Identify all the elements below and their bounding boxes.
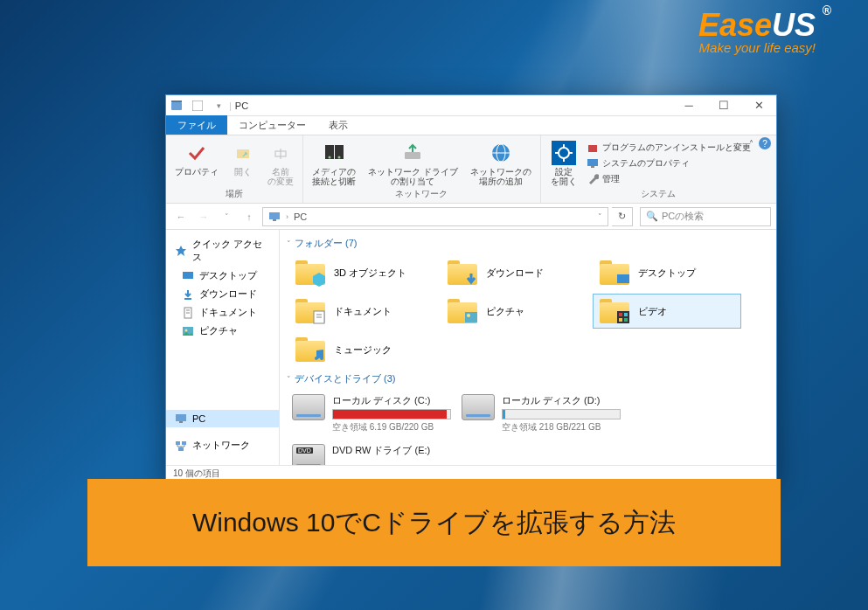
folder-3d-objects[interactable]: 3D オブジェクト: [288, 255, 437, 290]
sidebar-pc[interactable]: PC: [166, 410, 279, 427]
download-icon: [182, 288, 194, 301]
maximize-button[interactable]: ☐: [706, 95, 741, 116]
easeus-logo: EaseUS® Make your life easy!: [698, 7, 816, 55]
minimize-button[interactable]: ─: [671, 95, 706, 116]
picture-icon: [182, 325, 194, 337]
folder-desktop[interactable]: デスクトップ: [593, 255, 741, 290]
devices-header[interactable]: ˅デバイスとドライブ (3): [287, 369, 769, 389]
titlebar: ▾ | PC ─ ☐ ✕: [166, 95, 776, 116]
address-path[interactable]: › PC ˅: [262, 207, 608, 226]
usage-bar: [332, 409, 451, 419]
svg-rect-33: [176, 414, 186, 421]
logo-reg: ®: [823, 3, 831, 17]
uninstall-button[interactable]: プログラムのアンインストールと変更: [587, 141, 751, 155]
svg-rect-10: [405, 152, 420, 159]
tab-file[interactable]: ファイル: [166, 115, 227, 135]
content-pane: ˅フォルダー (7) 3D オブジェクト ダウンロード デスクトップ ドキュメン…: [280, 230, 776, 465]
tab-computer[interactable]: コンピューター: [227, 115, 317, 135]
folder-icon: [294, 297, 327, 325]
media-icon: [322, 141, 346, 165]
refresh-button[interactable]: ↻: [612, 207, 633, 226]
svg-marker-38: [313, 273, 325, 287]
properties-button[interactable]: プロパティ: [171, 139, 222, 188]
drive-icon: [292, 394, 325, 420]
manage-button[interactable]: 管理: [587, 172, 751, 186]
back-button[interactable]: ←: [171, 207, 191, 226]
ribbon: ˄ ? プロパティ 開く 名前 の変更 場所: [166, 135, 776, 204]
folder-videos[interactable]: ビデオ: [593, 294, 741, 329]
svg-rect-49: [624, 318, 628, 322]
add-location-button[interactable]: ネットワークの 場所の追加: [467, 139, 535, 188]
map-drive-button[interactable]: ネットワーク ドライブ の割り当て: [365, 139, 462, 188]
svg-rect-21: [587, 159, 598, 166]
map-drive-icon: [400, 141, 425, 165]
chevron-icon: ›: [286, 212, 288, 221]
globe-icon: [489, 141, 513, 165]
chevron-down-icon[interactable]: ˅: [598, 212, 602, 221]
rename-button[interactable]: 名前 の変更: [264, 139, 297, 188]
sidebar-pictures[interactable]: ピクチャ: [166, 322, 279, 340]
network-icon: [175, 440, 187, 452]
folder-documents[interactable]: ドキュメント: [288, 294, 437, 329]
title-banner: Windows 10でCドライブを拡張する方法: [87, 479, 781, 566]
svg-rect-26: [183, 272, 193, 279]
collapse-ribbon-icon[interactable]: ˄: [749, 139, 753, 149]
qat-dropdown-icon[interactable]: ▾: [212, 99, 226, 113]
svg-rect-47: [624, 313, 628, 316]
group-system-label: システム: [546, 188, 771, 200]
drive-c[interactable]: ローカル ディスク (C:) 空き領域 6.19 GB/220 GB: [288, 391, 455, 437]
media-button[interactable]: メディアの 接続と切断: [309, 139, 359, 188]
address-bar: ← → ˅ ↑ › PC ˅ ↻ 🔍 PCの検索: [166, 204, 776, 230]
close-button[interactable]: ✕: [741, 95, 776, 116]
sidebar: クイック アクセス デスクトップ ダウンロード ドキュメント ピクチャ PC ネ…: [166, 230, 280, 465]
desktop-icon: [615, 271, 631, 287]
folder-icon: [294, 336, 327, 364]
svg-marker-25: [176, 246, 186, 256]
folders-header[interactable]: ˅フォルダー (7): [287, 233, 769, 253]
svg-rect-1: [171, 101, 182, 102]
tab-view[interactable]: 表示: [317, 115, 359, 135]
sidebar-downloads[interactable]: ダウンロード: [166, 285, 279, 303]
sidebar-quick-access[interactable]: クイック アクセス: [166, 235, 279, 267]
forward-button[interactable]: →: [194, 207, 213, 226]
up-button[interactable]: ↑: [240, 207, 259, 226]
sidebar-network[interactable]: ネットワーク: [166, 436, 279, 454]
svg-point-9: [338, 156, 341, 159]
svg-point-32: [185, 329, 188, 331]
folder-icon: [446, 297, 479, 325]
breadcrumb-pc[interactable]: PC: [294, 211, 307, 222]
window-title: PC: [232, 101, 671, 111]
document-icon: [182, 307, 194, 319]
drive-d[interactable]: ローカル ディスク (D:) 空き領域 218 GB/221 GB: [458, 391, 624, 437]
drive-e[interactable]: DVD DVD RW ドライブ (E:): [288, 440, 455, 465]
music-note-icon: [311, 348, 327, 364]
svg-point-44: [467, 314, 470, 317]
qat-icon[interactable]: [191, 99, 205, 113]
folder-icon: [446, 259, 479, 287]
logo-us: US: [772, 7, 816, 43]
svg-rect-43: [465, 312, 477, 322]
svg-rect-34: [179, 421, 183, 423]
folder-pictures[interactable]: ピクチャ: [441, 294, 589, 329]
folder-icon: [598, 297, 631, 325]
gear-icon: [552, 141, 576, 165]
banner-text: Windows 10でCドライブを拡張する方法: [192, 505, 676, 541]
sysprops-button[interactable]: システムのプロパティ: [587, 156, 751, 170]
chevron-down-icon: ˅: [287, 375, 291, 384]
folder-downloads[interactable]: ダウンロード: [441, 255, 589, 290]
sidebar-desktop[interactable]: デスクトップ: [166, 267, 279, 285]
open-button[interactable]: 開く: [227, 139, 259, 188]
group-location-label: 場所: [171, 188, 297, 200]
help-icon[interactable]: ?: [759, 137, 771, 149]
recent-dropdown[interactable]: ˅: [217, 207, 236, 226]
svg-rect-37: [178, 447, 184, 451]
settings-button[interactable]: 設定 を開く: [546, 139, 581, 188]
folder-music[interactable]: ミュージック: [288, 332, 437, 367]
explorer-window: ▾ | PC ─ ☐ ✕ ファイル コンピューター 表示 ˄ ? プロパティ 開…: [165, 94, 777, 483]
pc-icon: [268, 211, 281, 223]
search-input[interactable]: 🔍 PCの検索: [640, 207, 771, 226]
svg-rect-24: [273, 219, 276, 221]
sidebar-documents[interactable]: ドキュメント: [166, 303, 279, 322]
svg-rect-39: [617, 274, 629, 283]
cube-icon: [311, 271, 327, 287]
